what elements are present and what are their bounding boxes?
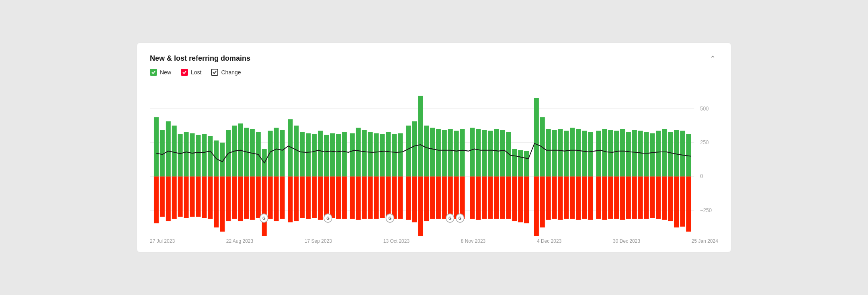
chart-area: 500 250 0 −250 [150,83,718,236]
svg-rect-26 [208,136,213,176]
svg-text:−250: −250 [700,207,712,213]
svg-rect-57 [300,176,305,218]
svg-rect-106 [454,131,459,176]
x-label-5: 4 Dec 2023 [537,238,561,244]
svg-rect-157 [614,176,619,219]
svg-rect-68 [336,134,341,177]
svg-rect-49 [274,176,279,221]
svg-rect-100 [436,129,441,176]
svg-rect-136 [552,130,557,176]
svg-rect-162 [632,130,637,176]
chart-legend: New Lost Change [150,69,718,76]
svg-rect-29 [214,176,219,227]
svg-rect-37 [238,176,243,221]
svg-rect-16 [178,134,183,177]
svg-rect-152 [602,129,607,176]
svg-rect-39 [244,176,249,219]
svg-rect-149 [588,176,593,220]
svg-rect-110 [470,128,475,176]
svg-rect-95 [418,176,423,236]
svg-rect-74 [356,128,361,176]
svg-rect-50 [280,130,285,176]
checkmark-icon [151,70,156,75]
svg-rect-45 [262,176,267,236]
card-title: New & lost referring domains [150,54,250,63]
svg-rect-72 [350,133,355,177]
svg-rect-105 [448,176,453,220]
svg-rect-92 [412,121,417,176]
svg-rect-86 [392,134,397,177]
svg-rect-79 [368,176,373,219]
svg-rect-113 [476,176,481,220]
x-label-1: 22 Aug 2023 [226,238,253,244]
svg-rect-62 [318,131,323,176]
svg-rect-173 [662,176,667,220]
svg-rect-82 [380,134,385,177]
legend-item-change: Change [211,69,241,76]
svg-rect-31 [220,176,225,231]
svg-rect-125 [512,176,517,221]
svg-rect-121 [500,176,505,219]
legend-checkbox-change [211,69,218,76]
svg-text:G: G [262,216,266,221]
svg-rect-160 [626,132,631,176]
svg-rect-108 [460,129,465,176]
svg-rect-21 [190,176,195,217]
legend-label-new: New [160,69,171,76]
svg-rect-66 [330,133,335,177]
svg-rect-70 [342,132,347,176]
svg-rect-104 [448,129,453,176]
svg-rect-56 [300,132,305,176]
svg-rect-115 [482,176,487,219]
svg-rect-112 [476,129,481,176]
svg-rect-84 [386,132,391,176]
svg-rect-15 [172,176,177,219]
svg-rect-51 [280,176,285,219]
svg-rect-159 [620,176,625,220]
svg-rect-59 [306,176,311,219]
svg-rect-140 [564,131,569,176]
svg-rect-118 [494,129,499,176]
svg-text:G: G [448,216,452,221]
svg-rect-20 [190,133,195,177]
svg-rect-109 [460,176,465,219]
svg-rect-23 [196,176,201,217]
svg-rect-27 [208,176,213,219]
svg-rect-75 [356,176,361,220]
svg-rect-14 [172,126,177,177]
svg-rect-63 [318,176,323,220]
chart-card: New & lost referring domains ⌃ New Lost … [137,43,731,252]
svg-rect-17 [178,176,183,217]
svg-rect-9 [154,176,159,223]
x-label-7: 25 Jan 2024 [692,238,718,244]
svg-rect-120 [500,130,505,176]
collapse-button[interactable]: ⌃ [707,54,718,63]
svg-rect-94 [418,96,423,177]
svg-rect-71 [342,176,347,219]
svg-rect-35 [232,176,237,219]
x-label-6: 30 Dec 2023 [613,238,640,244]
svg-rect-134 [546,129,551,176]
svg-rect-81 [374,176,379,219]
svg-rect-168 [650,133,655,177]
svg-rect-148 [588,132,593,176]
svg-rect-99 [430,176,435,219]
svg-rect-101 [436,176,441,219]
svg-rect-98 [430,128,435,176]
svg-rect-116 [488,131,493,176]
legend-item-new: New [150,69,171,76]
legend-checkbox-new [150,69,157,76]
svg-rect-123 [506,176,511,219]
svg-rect-13 [166,176,171,221]
svg-rect-90 [406,126,411,177]
legend-item-lost: Lost [181,69,201,76]
svg-rect-47 [268,176,273,219]
svg-rect-175 [668,176,673,221]
svg-rect-170 [656,131,661,176]
svg-rect-48 [274,128,279,176]
svg-rect-25 [202,176,207,218]
svg-rect-161 [626,176,631,219]
svg-rect-58 [306,133,311,177]
svg-rect-158 [620,129,625,176]
svg-rect-64 [324,135,329,176]
